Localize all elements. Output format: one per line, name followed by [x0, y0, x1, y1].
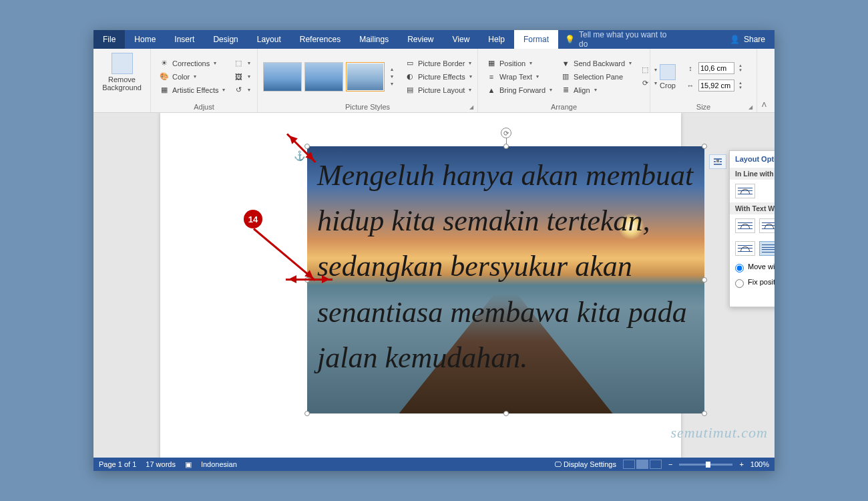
see-more-link[interactable]: See more...: [730, 291, 775, 303]
tab-help[interactable]: Help: [479, 30, 514, 49]
tab-mailings[interactable]: Mailings: [350, 30, 398, 49]
height-icon: ↕: [685, 63, 696, 73]
compress-icon: ⬚: [233, 58, 244, 69]
border-icon: ▭: [405, 58, 415, 69]
wrap-topbottom[interactable]: [735, 241, 755, 256]
pic-effects-icon: ◐: [405, 71, 415, 82]
move-radio-input[interactable]: [735, 264, 744, 273]
height-field[interactable]: ↕▲▼: [682, 61, 745, 75]
artistic-effects-button[interactable]: ▦Artistic Effects: [156, 84, 228, 96]
crop-icon: [660, 64, 676, 80]
wrap-square[interactable]: [735, 218, 755, 233]
styles-group-label: Picture Styles: [263, 102, 472, 111]
border-label: Picture Border: [418, 59, 465, 67]
remove-background-button[interactable]: Remove Background: [99, 51, 145, 93]
picture-layout-button[interactable]: ▤Picture Layout: [402, 84, 475, 96]
page-status[interactable]: Page 1 of 1: [99, 460, 136, 468]
handle-tr[interactable]: [702, 144, 707, 149]
reset-picture-button[interactable]: ↺: [230, 84, 253, 96]
wrap-text-button[interactable]: ≡Wrap Text: [483, 71, 555, 83]
fix-label: Fix position on page: [748, 278, 775, 286]
statusbar: Page 1 of 1 17 words ▣ Indonesian 🖵 Disp…: [93, 458, 775, 471]
zoom-in[interactable]: +: [739, 460, 743, 468]
tab-insert[interactable]: Insert: [165, 30, 204, 49]
width-field[interactable]: ↔▲▼: [682, 79, 745, 92]
collapse-ribbon[interactable]: ᐱ: [757, 49, 771, 112]
color-button[interactable]: 🎨Color: [156, 71, 228, 83]
word-count[interactable]: 17 words: [146, 460, 176, 468]
bring-forward-button[interactable]: ▲Bring Forward: [483, 84, 555, 96]
rotate-handle[interactable]: ⟳: [501, 128, 511, 138]
fix-position-radio[interactable]: Fix position on page i: [730, 275, 775, 291]
style-thumb-1[interactable]: [263, 62, 302, 92]
reset-icon: ↺: [233, 85, 244, 96]
tab-layout[interactable]: Layout: [248, 30, 290, 49]
corrections-button[interactable]: ☀Corrections: [156, 57, 228, 69]
tell-me-search[interactable]: 💡 Tell me what you want to do: [558, 30, 675, 49]
handle-t[interactable]: [503, 144, 509, 149]
backward-icon: ▼: [560, 58, 571, 69]
layout-options-panel: Layout Options ✕ In Line with Text With …: [729, 150, 775, 307]
height-input[interactable]: [698, 62, 734, 74]
wrap-inline[interactable]: [735, 184, 755, 198]
document-text[interactable]: Mengeluh hanya akan membuat hidup kita s…: [317, 153, 731, 381]
remove-bg-icon: [112, 53, 133, 74]
gallery-more[interactable]: ▴▾▾: [387, 66, 397, 87]
page: ⚓ 14 ⟳ Mengeluh hanya a: [160, 113, 681, 458]
style-thumb-2[interactable]: [304, 62, 343, 92]
send-backward-button[interactable]: ▼Send Backward: [558, 57, 634, 69]
compress-button[interactable]: ⬚: [230, 57, 253, 69]
backward-label: Send Backward: [574, 59, 625, 67]
zoom-slider[interactable]: [679, 464, 732, 466]
ribbon: Remove Background ☀Corrections 🎨Color ▦A…: [93, 49, 775, 113]
tab-file[interactable]: File: [93, 30, 125, 49]
wrap-label: Wrap Text: [499, 73, 532, 81]
picture-effects-button[interactable]: ◐Picture Effects: [402, 71, 475, 83]
handle-b[interactable]: [503, 411, 509, 416]
fix-radio-input[interactable]: [735, 279, 744, 288]
styles-launcher[interactable]: ◢: [469, 104, 476, 111]
group-background: Remove Background: [93, 49, 151, 112]
crop-button[interactable]: Crop: [656, 51, 680, 102]
corrections-label: Corrections: [172, 59, 210, 67]
zoom-out[interactable]: −: [668, 460, 672, 468]
print-layout[interactable]: [636, 460, 648, 469]
handle-tl[interactable]: [304, 144, 310, 149]
size-launcher[interactable]: ◢: [748, 104, 755, 111]
effects-icon: ▦: [159, 85, 170, 96]
display-settings[interactable]: 🖵 Display Settings: [554, 460, 616, 468]
height-spinner[interactable]: ▲▼: [738, 63, 742, 73]
wrapping-section: With Text Wrapping: [730, 202, 775, 214]
layout-options-button[interactable]: [709, 154, 726, 169]
move-with-text-radio[interactable]: Move with text i: [730, 260, 775, 275]
picture-border-button[interactable]: ▭Picture Border: [402, 57, 475, 69]
position-label: Position: [499, 59, 525, 67]
width-input[interactable]: [698, 79, 734, 92]
handle-br[interactable]: [702, 411, 707, 416]
document-area[interactable]: ⚓ 14 ⟳ Mengeluh hanya a: [93, 113, 775, 458]
read-mode[interactable]: [623, 460, 635, 469]
selection-pane-button[interactable]: ▥Selection Pane: [558, 71, 634, 83]
tab-home[interactable]: Home: [125, 30, 165, 49]
tab-view[interactable]: View: [443, 30, 479, 49]
align-button[interactable]: ≣Align: [558, 84, 634, 96]
web-layout[interactable]: [650, 460, 662, 469]
wrap-tight[interactable]: [759, 218, 775, 233]
tab-references[interactable]: References: [290, 30, 350, 49]
change-picture-button[interactable]: 🖼: [230, 71, 253, 83]
wrap-behind[interactable]: [759, 241, 775, 256]
tab-format[interactable]: Format: [514, 30, 558, 49]
arrange-group-label: Arrange: [483, 102, 644, 111]
tab-design[interactable]: Design: [204, 30, 247, 49]
style-gallery[interactable]: ▴▾▾: [263, 51, 397, 102]
style-thumb-3[interactable]: [346, 62, 385, 92]
zoom-level[interactable]: 100%: [750, 460, 769, 468]
handle-bl[interactable]: [304, 411, 310, 416]
share-button[interactable]: 👤 Share: [720, 30, 775, 49]
width-spinner[interactable]: ▲▼: [738, 81, 742, 90]
tab-review[interactable]: Review: [398, 30, 443, 49]
group-arrange: ▦Position ≡Wrap Text ▲Bring Forward ▼Sen…: [478, 49, 650, 112]
position-button[interactable]: ▦Position: [483, 57, 555, 69]
spell-check-icon[interactable]: ▣: [185, 460, 192, 469]
language-status[interactable]: Indonesian: [201, 460, 237, 468]
